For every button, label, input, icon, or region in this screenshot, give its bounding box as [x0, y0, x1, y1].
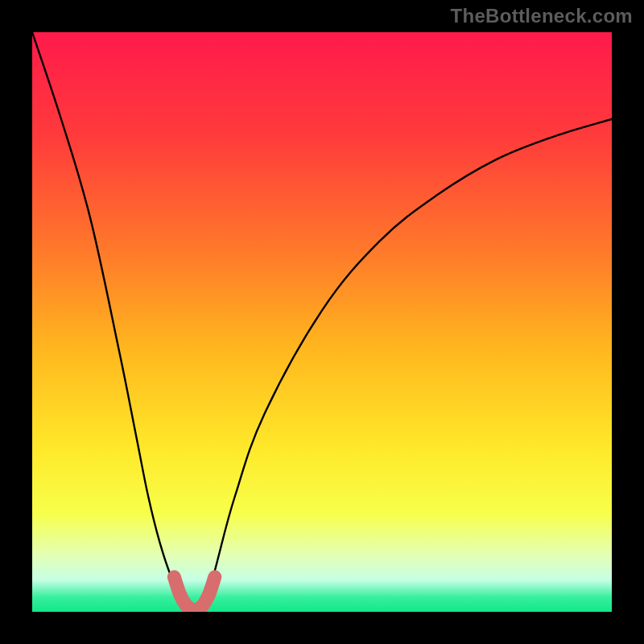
- optimal-region-highlight: [174, 577, 214, 612]
- chart-frame: TheBottleneck.com: [0, 0, 644, 644]
- bottleneck-curve: [32, 32, 612, 612]
- plot-area: [32, 32, 612, 612]
- curve-layer: [32, 32, 612, 612]
- watermark-text: TheBottleneck.com: [451, 5, 633, 27]
